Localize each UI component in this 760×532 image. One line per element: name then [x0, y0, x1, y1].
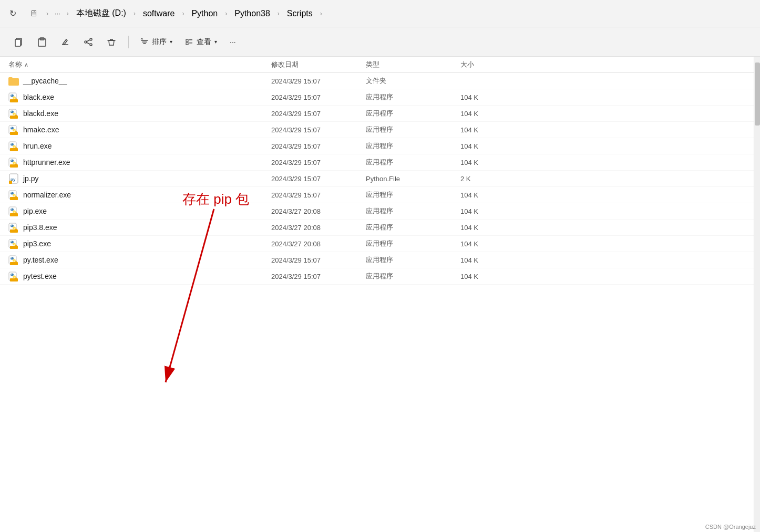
file-date-cell: 2024/3/29 15:07	[271, 93, 366, 101]
table-row[interactable]: normalizer.exe 2024/3/29 15:07 应用程序 104 …	[0, 187, 754, 203]
svg-point-4	[90, 38, 92, 40]
view-chevron-icon: ▾	[214, 39, 217, 45]
col-size-label: 大小	[460, 60, 474, 68]
table-row[interactable]: pip3.exe 2024/3/27 20:08 应用程序 104 K	[0, 236, 754, 252]
exe-icon	[8, 238, 19, 249]
breadcrumb-software[interactable]: software	[140, 8, 178, 19]
file-size-cell: 104 K	[460, 256, 745, 264]
file-date-cell: 2024/3/29 15:07	[271, 126, 366, 134]
scrollbar-thumb[interactable]	[755, 62, 760, 126]
share-button[interactable]	[78, 32, 99, 53]
svg-point-34	[11, 127, 12, 128]
file-list-area[interactable]: 名称 ∧ 修改日期 类型 大小 __pycache	[0, 57, 754, 532]
column-header: 名称 ∧ 修改日期 类型 大小	[0, 57, 754, 73]
svg-point-19	[14, 98, 15, 99]
col-header-size[interactable]: 大小	[460, 60, 745, 69]
breadcrumb-sep-1: ›	[67, 10, 69, 17]
file-type-cell: 应用程序	[366, 158, 460, 167]
breadcrumb-software-label: software	[143, 9, 174, 18]
view-button[interactable]: 查看 ▾	[180, 33, 222, 51]
paste-button[interactable]	[32, 32, 53, 53]
file-type-cell: 文件夹	[366, 76, 460, 86]
file-date-cell: 2024/3/29 15:07	[271, 77, 366, 85]
breadcrumb-scripts[interactable]: Scripts	[284, 8, 316, 19]
table-row[interactable]: httprunner.exe 2024/3/29 15:07 应用程序 104 …	[0, 154, 754, 171]
more-locations-button[interactable]: ···	[53, 5, 63, 22]
svg-point-86	[14, 244, 15, 245]
file-name-text: py.test.exe	[23, 256, 58, 264]
table-row[interactable]: hmake.exe 2024/3/29 15:07 应用程序 104 K	[0, 122, 754, 138]
computer-icon-btn[interactable]: 🖥	[25, 5, 42, 22]
file-date-cell: 2024/3/27 20:08	[271, 240, 366, 248]
svg-rect-9	[186, 43, 188, 45]
svg-point-83	[11, 241, 14, 244]
file-name-cell: py jp.py	[8, 173, 271, 184]
sort-arrow-icon: ∧	[24, 61, 28, 68]
table-row[interactable]: pip.exe 2024/3/27 20:08 应用程序 104 K	[0, 203, 754, 220]
table-row[interactable]: py jp.py 2024/3/29 15:07 Python.File 2 K	[0, 171, 754, 187]
svg-point-101	[11, 274, 12, 275]
file-date-cell: 2024/3/29 15:07	[271, 110, 366, 118]
svg-point-85	[11, 241, 12, 242]
table-row[interactable]: hrun.exe 2024/3/29 15:07 应用程序 104 K	[0, 138, 754, 154]
breadcrumb-sep-5: ›	[278, 10, 280, 17]
svg-point-6	[85, 41, 87, 43]
breadcrumb-sep-3: ›	[182, 10, 184, 17]
svg-point-40	[11, 143, 14, 146]
sort-button[interactable]: 排序 ▾	[135, 33, 178, 51]
py-icon: py	[8, 173, 19, 184]
file-type-cell: 应用程序	[366, 92, 460, 102]
file-name-cell: pip3.exe	[8, 238, 271, 249]
delete-button[interactable]	[101, 32, 122, 53]
table-row[interactable]: py.test.exe 2024/3/29 15:07 应用程序 104 K	[0, 252, 754, 268]
file-name-cell: pip3.8.exe	[8, 222, 271, 233]
svg-point-5	[90, 44, 92, 46]
refresh-button[interactable]: ↻	[4, 5, 21, 22]
svg-rect-56	[9, 181, 12, 184]
breadcrumb-sep-4: ›	[225, 10, 227, 17]
col-header-name[interactable]: 名称 ∧	[8, 60, 271, 69]
more-button[interactable]: ···	[224, 33, 241, 51]
file-name-text: hrun.exe	[23, 142, 52, 150]
breadcrumb-disk-d[interactable]: 本地磁盘 (D:)	[73, 7, 129, 20]
rename-button[interactable]	[55, 32, 76, 53]
breadcrumb-python38-label: Python38	[234, 9, 270, 18]
col-header-date[interactable]: 修改日期	[271, 60, 366, 69]
file-name-text: httprunner.exe	[23, 158, 70, 166]
file-name-cell: __pycache__	[8, 76, 271, 86]
file-name-cell: normalizer.exe	[8, 190, 271, 200]
file-size-cell: 104 K	[460, 191, 745, 199]
breadcrumb-sep-6: ›	[320, 10, 322, 17]
table-row[interactable]: black.exe 2024/3/29 15:07 应用程序 104 K	[0, 89, 754, 106]
file-type-cell: Python.File	[366, 175, 460, 183]
file-name-cell: pip.exe	[8, 206, 271, 216]
file-size-cell: 104 K	[460, 159, 745, 166]
file-type-cell: 应用程序	[366, 255, 460, 265]
more-label: ···	[230, 38, 236, 46]
breadcrumb-python[interactable]: Python	[188, 8, 221, 19]
svg-point-32	[11, 127, 14, 130]
table-row[interactable]: pytest.exe 2024/3/29 15:07 应用程序 104 K	[0, 268, 754, 285]
file-name-text: normalizer.exe	[23, 191, 71, 199]
file-type-cell: 应用程序	[366, 190, 460, 200]
svg-point-70	[14, 212, 15, 213]
breadcrumb-python38[interactable]: Python38	[231, 8, 273, 19]
svg-point-59	[11, 192, 14, 195]
file-date-cell: 2024/3/29 15:07	[271, 273, 366, 280]
svg-rect-7	[186, 39, 188, 41]
file-name-cell: httprunner.exe	[8, 157, 271, 168]
scrollbar[interactable]	[754, 57, 760, 532]
file-type-cell: 应用程序	[366, 206, 460, 216]
file-size-cell: 104 K	[460, 110, 745, 118]
breadcrumb-scripts-label: Scripts	[287, 9, 313, 18]
table-row[interactable]: blackd.exe 2024/3/29 15:07 应用程序 104 K	[0, 106, 754, 122]
col-date-label: 修改日期	[271, 60, 299, 68]
table-row[interactable]: __pycache__ 2024/3/29 15:07 文件夹	[0, 73, 754, 89]
svg-point-48	[11, 160, 14, 162]
exe-icon	[8, 141, 19, 151]
copy-path-button[interactable]	[8, 32, 29, 53]
col-header-type[interactable]: 类型	[366, 60, 460, 69]
exe-icon	[8, 255, 19, 265]
file-type-cell: 应用程序	[366, 239, 460, 248]
table-row[interactable]: pip3.8.exe 2024/3/27 20:08 应用程序 104 K	[0, 220, 754, 236]
